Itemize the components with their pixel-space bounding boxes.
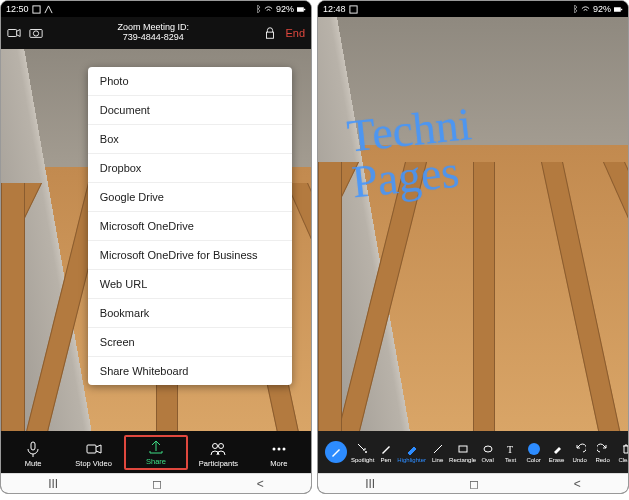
wifi-icon — [264, 5, 273, 14]
mic-icon — [25, 441, 41, 457]
tool-pen[interactable]: Pen — [374, 442, 397, 463]
battery-text: 92% — [276, 4, 294, 14]
svg-point-17 — [365, 451, 367, 453]
battery-text: 92% — [593, 4, 611, 14]
zoom-bottom-nav: Mute Stop Video Share Participants More — [1, 431, 311, 473]
tool-highlighter[interactable]: Highlighter — [397, 442, 426, 463]
android-softnav: III ◻ < — [318, 473, 628, 493]
battery-icon — [614, 5, 623, 14]
tool-spotlight[interactable]: Spotlight — [351, 442, 374, 463]
participants-icon — [210, 441, 226, 457]
bluetooth-icon: ᛒ — [573, 4, 578, 14]
trash-icon — [619, 442, 629, 456]
redo-icon — [596, 442, 610, 456]
svg-point-11 — [272, 447, 275, 450]
tool-redo[interactable]: Redo — [591, 442, 614, 463]
svg-rect-7 — [31, 442, 35, 450]
nav-mute[interactable]: Mute — [3, 437, 63, 468]
svg-rect-0 — [32, 5, 39, 12]
meeting-title: Zoom Meeting ID: 739-4844-8294 — [51, 23, 255, 43]
phone-left: 12:50 ᛒ 92% Zoom Meeting ID: 739-4844-82… — [0, 0, 312, 494]
tool-undo[interactable]: Undo — [568, 442, 591, 463]
svg-point-13 — [282, 447, 285, 450]
share-item-onedrivebiz[interactable]: Microsoft OneDrive for Business — [88, 241, 293, 270]
share-item-whiteboard[interactable]: Share Whiteboard — [88, 357, 293, 385]
svg-rect-14 — [349, 5, 356, 12]
pen-icon — [379, 442, 393, 456]
end-button[interactable]: End — [285, 27, 305, 39]
wifi-icon — [581, 5, 590, 14]
softnav-home[interactable]: ◻ — [152, 477, 162, 491]
phone-right: 12:48 ᛒ 92% Techni Pages Spotlight — [317, 0, 629, 494]
tool-clear[interactable]: Clear — [614, 442, 629, 463]
camera-flip-icon[interactable] — [7, 26, 21, 40]
svg-rect-3 — [8, 30, 17, 37]
color-icon — [527, 442, 541, 456]
share-item-box[interactable]: Box — [88, 125, 293, 154]
camera-icon[interactable] — [29, 26, 43, 40]
svg-text:T: T — [507, 444, 513, 455]
erase-icon — [550, 442, 564, 456]
spotlight-icon — [356, 442, 370, 456]
notif-icon — [349, 5, 358, 14]
svg-point-20 — [484, 446, 492, 452]
tool-edit[interactable] — [321, 441, 351, 463]
tool-color[interactable]: Color — [522, 442, 545, 463]
notif-icon — [44, 5, 53, 14]
tool-line[interactable]: Line — [426, 442, 449, 463]
share-icon — [148, 439, 164, 455]
svg-rect-6 — [267, 32, 274, 38]
lock-icon — [263, 26, 277, 40]
share-item-dropbox[interactable]: Dropbox — [88, 154, 293, 183]
svg-point-10 — [219, 443, 224, 448]
video-area: Photo Document Box Dropbox Google Drive … — [1, 49, 311, 431]
softnav-recent[interactable]: III — [365, 477, 375, 491]
bluetooth-icon: ᛒ — [256, 4, 261, 14]
share-item-bookmark[interactable]: Bookmark — [88, 299, 293, 328]
nav-more[interactable]: More — [249, 437, 309, 468]
svg-rect-19 — [459, 446, 467, 452]
softnav-home[interactable]: ◻ — [469, 477, 479, 491]
line-icon — [431, 442, 445, 456]
svg-rect-8 — [87, 445, 96, 453]
status-time: 12:50 — [6, 4, 29, 14]
undo-icon — [573, 442, 587, 456]
softnav-back[interactable]: < — [257, 477, 264, 491]
softnav-back[interactable]: < — [574, 477, 581, 491]
svg-rect-1 — [297, 7, 304, 12]
svg-rect-2 — [304, 8, 306, 10]
text-icon: T — [504, 442, 518, 456]
svg-point-9 — [213, 443, 218, 448]
tool-text[interactable]: T Text — [499, 442, 522, 463]
zoom-header: Zoom Meeting ID: 739-4844-8294 End Passw… — [1, 17, 311, 49]
share-item-screen[interactable]: Screen — [88, 328, 293, 357]
tool-rectangle[interactable]: Rectangle — [449, 442, 476, 463]
video-icon — [86, 441, 102, 457]
softnav-recent[interactable]: III — [48, 477, 58, 491]
battery-icon — [297, 5, 306, 14]
tool-erase[interactable]: Erase — [545, 442, 568, 463]
pencil-icon — [325, 441, 347, 463]
svg-rect-16 — [621, 8, 623, 10]
notif-icon — [32, 5, 41, 14]
shared-screen-area[interactable]: Techni Pages — [318, 17, 628, 431]
annotation-toolbar: Spotlight Pen Highlighter Line Rectangle… — [318, 431, 628, 473]
nav-stop-video[interactable]: Stop Video — [63, 437, 123, 468]
svg-point-5 — [33, 31, 38, 36]
svg-line-18 — [434, 445, 442, 453]
nav-participants[interactable]: Participants — [188, 437, 248, 468]
nav-share[interactable]: Share — [124, 435, 188, 470]
svg-rect-15 — [614, 7, 621, 12]
share-item-document[interactable]: Document — [88, 96, 293, 125]
more-icon — [271, 441, 287, 457]
tool-oval[interactable]: Oval — [476, 442, 499, 463]
highlighter-icon — [405, 442, 419, 456]
oval-icon — [481, 442, 495, 456]
status-bar: 12:50 ᛒ 92% — [1, 1, 311, 17]
share-item-weburl[interactable]: Web URL — [88, 270, 293, 299]
share-item-onedrive[interactable]: Microsoft OneDrive — [88, 212, 293, 241]
share-item-gdrive[interactable]: Google Drive — [88, 183, 293, 212]
android-softnav: III ◻ < — [1, 473, 311, 493]
share-item-photo[interactable]: Photo — [88, 67, 293, 96]
rectangle-icon — [456, 442, 470, 456]
